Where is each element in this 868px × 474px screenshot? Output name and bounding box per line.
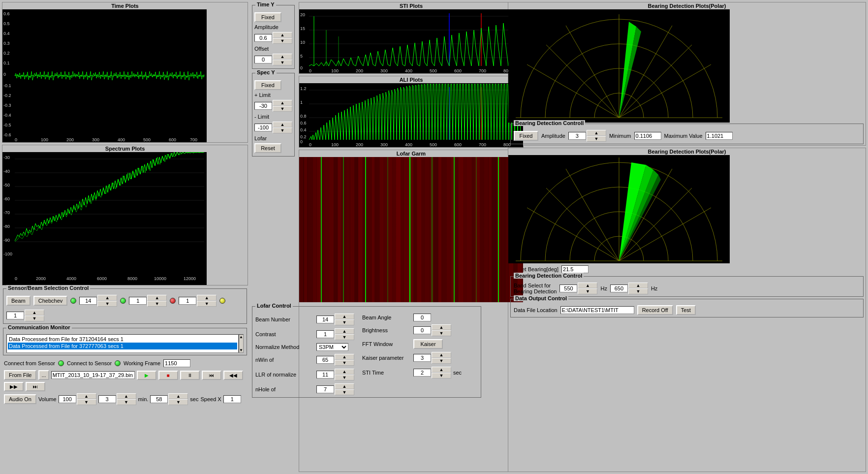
channel3-up[interactable]: ▲ (197, 295, 217, 301)
comm-scrollbar[interactable]: ▲ ▼ (239, 334, 244, 353)
test-button[interactable]: Test (676, 305, 696, 315)
svg-rect-136 (489, 157, 492, 302)
offset-down[interactable]: ▼ (273, 60, 292, 65)
sti-time-up[interactable]: ▲ (432, 367, 451, 373)
nhole-up[interactable]: ▲ (335, 383, 354, 389)
amplitude-input[interactable]: 0.6 (254, 34, 272, 42)
sti-time-down[interactable]: ▼ (432, 373, 451, 379)
data-file-location-input[interactable]: E:\DATA\NTEST1\MTIT (560, 306, 634, 314)
nwin-down[interactable]: ▼ (335, 360, 354, 366)
channel1-down[interactable]: ▼ (97, 301, 117, 307)
audio-on-button[interactable]: Audio On (4, 394, 36, 404)
bearing-lower-plot (508, 155, 730, 263)
channel4-up[interactable]: ▲ (25, 310, 44, 316)
min-up[interactable]: ▲ (117, 393, 136, 399)
minus-limit-input[interactable]: -100 (254, 124, 272, 131)
beam-number-input[interactable]: 14 (316, 316, 334, 323)
speed-input[interactable]: 1 (223, 395, 241, 403)
lofar-reset-button[interactable]: Reset (254, 143, 281, 153)
llr-down[interactable]: ▼ (335, 375, 354, 380)
prev-button[interactable]: ⏮ (202, 371, 221, 380)
volume-input[interactable]: 100 (59, 395, 76, 403)
offset-input[interactable]: 0 (254, 56, 272, 63)
bearing-fixed-button[interactable]: Fixed (514, 131, 538, 141)
channel4-input[interactable]: 1 (6, 312, 24, 319)
channel2-up[interactable]: ▲ (147, 295, 167, 301)
maximum-value-input[interactable]: 1.1021 (706, 132, 733, 140)
contrast-up[interactable]: ▲ (335, 328, 354, 334)
freq2-up[interactable]: ▲ (628, 283, 648, 288)
beam-angle-input[interactable]: 0 (413, 314, 431, 321)
min-input[interactable]: 3 (98, 395, 116, 403)
working-frame-input[interactable]: 1150 (163, 359, 190, 367)
llr-up[interactable]: ▲ (335, 369, 354, 375)
channel1-up[interactable]: ▲ (97, 295, 117, 301)
comm-log-item-2[interactable]: Data Processed from File for 372777063 s… (8, 343, 237, 349)
browse-button[interactable]: ... (38, 370, 49, 380)
minus-limit-down[interactable]: ▼ (273, 127, 292, 133)
brightness-input[interactable]: 0 (413, 326, 431, 334)
volume-down[interactable]: ▼ (77, 399, 96, 405)
contrast-input[interactable]: 1 (316, 330, 334, 338)
plus-limit-down[interactable]: ▼ (273, 106, 292, 112)
normalize-method-select[interactable]: S3PM Linear Log (316, 343, 348, 351)
beam-button[interactable]: Beam (6, 296, 31, 306)
sec-up[interactable]: ▲ (168, 393, 188, 399)
bearing-amplitude-input[interactable]: 3 (568, 132, 586, 140)
channel4-down[interactable]: ▼ (25, 316, 44, 321)
minus-limit-up[interactable]: ▲ (273, 122, 292, 127)
offset-up[interactable]: ▲ (273, 54, 292, 60)
volume-up[interactable]: ▲ (77, 393, 96, 399)
freq1-down[interactable]: ▼ (578, 288, 597, 294)
freq2-input[interactable]: 650 (610, 284, 628, 292)
nhole-input[interactable]: 7 (316, 385, 334, 393)
freq1-up[interactable]: ▲ (578, 283, 597, 288)
end-button[interactable]: ⏭ (26, 382, 45, 391)
brightness-down[interactable]: ▼ (432, 330, 451, 336)
chebchev-button[interactable]: Chebchev (33, 296, 68, 306)
beam-number-down[interactable]: ▼ (335, 319, 354, 325)
beam-number-up[interactable]: ▲ (335, 314, 354, 319)
fwd-button[interactable]: ▶▶ (4, 382, 24, 391)
from-file-button[interactable]: From File (4, 370, 36, 380)
freq1-input[interactable]: 550 (559, 284, 577, 292)
kaiser-param-up[interactable]: ▲ (432, 352, 451, 358)
amplitude-up[interactable]: ▲ (273, 32, 292, 38)
fft-window-button[interactable]: Kaiser (413, 339, 443, 349)
file-name-input[interactable]: MTIT_2013_10_19-17_37_29.bin (51, 371, 135, 379)
plus-limit-input[interactable]: -30 (254, 102, 272, 110)
back-button[interactable]: ◀◀ (223, 371, 243, 380)
channel3-input[interactable]: 1 (179, 297, 196, 305)
pause-button[interactable]: ⏸ (180, 371, 200, 380)
kaiser-param-input[interactable]: 3 (413, 354, 431, 362)
bearing-upper-control: Bearing Detection Controll Fixed Amplitu… (510, 124, 864, 144)
channel1-input[interactable]: 14 (79, 297, 97, 305)
nwin-up[interactable]: ▲ (335, 354, 354, 360)
sti-time-input[interactable]: 2 (413, 369, 431, 377)
freq2-down[interactable]: ▼ (628, 288, 648, 294)
time-y-control: Time Y Fixed Amplitude 0.6 ▲ ▼ Offset 0 (252, 5, 295, 69)
play-button[interactable]: ▶ (137, 371, 156, 380)
amplitude-down[interactable]: ▼ (273, 38, 292, 44)
bearing-amplitude-down[interactable]: ▼ (587, 136, 606, 142)
record-off-button[interactable]: Record Off (637, 305, 673, 315)
plus-limit-up[interactable]: ▲ (273, 100, 292, 106)
bearing-amplitude-up[interactable]: ▲ (587, 130, 606, 136)
minimum-value-input[interactable]: 0.1106 (634, 132, 661, 140)
channel2-down[interactable]: ▼ (147, 301, 167, 307)
target-bearing-input[interactable]: 21.5 (561, 265, 589, 273)
sec-down[interactable]: ▼ (168, 399, 188, 405)
stop-button[interactable]: ■ (158, 371, 178, 380)
kaiser-param-down[interactable]: ▼ (432, 358, 451, 364)
sec-input[interactable]: 58 (150, 395, 168, 403)
nwin-input[interactable]: 65 (316, 356, 334, 364)
channel3-down[interactable]: ▼ (197, 301, 217, 307)
nhole-down[interactable]: ▼ (335, 389, 354, 395)
contrast-down[interactable]: ▼ (335, 334, 354, 340)
min-down[interactable]: ▼ (117, 399, 136, 405)
brightness-up[interactable]: ▲ (432, 324, 451, 330)
llr-input[interactable]: 11 (316, 371, 334, 379)
time-y-fixed-button[interactable]: Fixed (254, 12, 281, 22)
spec-y-fixed-button[interactable]: Fixed (254, 80, 281, 90)
channel2-input[interactable]: 1 (129, 297, 147, 305)
